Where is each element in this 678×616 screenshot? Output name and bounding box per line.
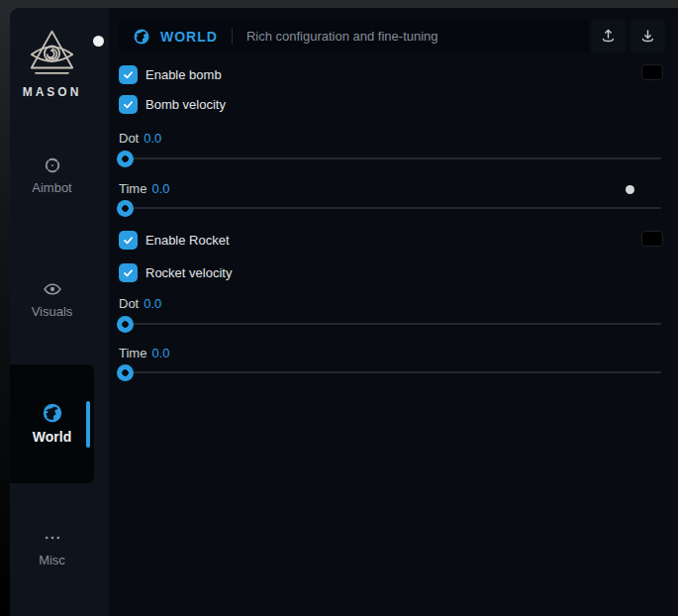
dot-slider-track[interactable] (119, 323, 661, 325)
checkbox-checked[interactable] (119, 231, 138, 250)
slider-label-dot: Dot0.0 (119, 297, 161, 311)
slider-value: 0.0 (144, 131, 161, 146)
download-icon (639, 28, 656, 45)
checkbox-row-enable-bomb: Enable bomb (119, 65, 222, 84)
divider (232, 29, 233, 45)
checkbox-checked[interactable] (119, 263, 138, 282)
rocket-color-swatch[interactable] (641, 231, 663, 247)
checkbox-label: Rocket velocity (145, 265, 232, 280)
sidebar-item-misc[interactable]: Misc (10, 528, 94, 567)
checkbox-label: Enable bomb (145, 67, 222, 82)
cursor-dot (626, 185, 634, 194)
sidebar-item-label: World (10, 429, 94, 445)
slider-label-dot: Dot0.0 (119, 132, 161, 146)
checkbox-checked[interactable] (119, 65, 138, 84)
crosshair-icon (43, 155, 62, 175)
check-icon (122, 98, 135, 111)
checkbox-label: Enable Rocket (145, 233, 230, 248)
upload-config-button[interactable] (591, 20, 626, 52)
slider-name: Dot (119, 296, 139, 311)
brand-name: MASON (10, 85, 94, 99)
bomb-color-swatch[interactable] (641, 64, 663, 80)
sidebar: MASON Aimbot Visuals World (10, 8, 109, 616)
dot-slider-thumb[interactable] (117, 151, 134, 167)
time-slider-track[interactable] (119, 371, 661, 373)
app-window: MASON Aimbot Visuals World (10, 8, 678, 616)
cursor-dot (93, 36, 104, 47)
upload-icon (600, 28, 617, 45)
globe-icon (133, 28, 150, 46)
download-config-button[interactable] (630, 20, 665, 52)
dot-slider-track[interactable] (119, 157, 661, 159)
sidebar-item-visuals[interactable]: Visuals (10, 279, 94, 319)
checkbox-row-bomb-velocity: Bomb velocity (119, 95, 226, 114)
slider-value: 0.0 (144, 296, 161, 311)
globe-icon (42, 402, 63, 424)
mason-eye-pyramid-logo-icon (24, 28, 80, 81)
checkbox-row-rocket-velocity: Rocket velocity (119, 263, 232, 282)
active-tab-indicator (86, 401, 90, 448)
sidebar-item-world-active[interactable]: World (10, 364, 94, 483)
checkbox-checked[interactable] (119, 95, 138, 114)
check-icon (122, 68, 135, 81)
page-subtitle: Rich configuration and fine-tuning (246, 29, 438, 44)
checkbox-row-enable-rocket: Enable Rocket (119, 231, 230, 250)
page-title: WORLD (160, 29, 218, 45)
world-settings-panel: WORLD Rich configuration and fine-tuning… (109, 8, 678, 616)
checkbox-label: Bomb velocity (145, 97, 226, 112)
sidebar-item-label: Aimbot (10, 180, 94, 195)
time-slider-thumb[interactable] (117, 200, 134, 217)
slider-name: Time (119, 346, 146, 360)
dot-slider-thumb[interactable] (117, 316, 134, 333)
sidebar-item-aimbot[interactable]: Aimbot (10, 155, 94, 195)
check-icon (122, 234, 135, 247)
slider-name: Dot (119, 131, 139, 146)
ellipsis-icon (43, 528, 62, 548)
check-icon (122, 266, 135, 279)
slider-name: Time (119, 181, 146, 196)
sidebar-item-label: Visuals (10, 304, 94, 319)
time-slider-track[interactable] (119, 207, 661, 209)
time-slider-thumb[interactable] (117, 364, 134, 381)
sidebar-item-label: Misc (10, 553, 94, 567)
slider-value: 0.0 (151, 181, 169, 196)
page-header: WORLD Rich configuration and fine-tuning (119, 20, 589, 52)
eye-icon (43, 279, 62, 299)
slider-value: 0.0 (151, 346, 169, 360)
slider-label-time: Time0.0 (119, 347, 169, 360)
slider-label-time: Time0.0 (119, 182, 169, 196)
